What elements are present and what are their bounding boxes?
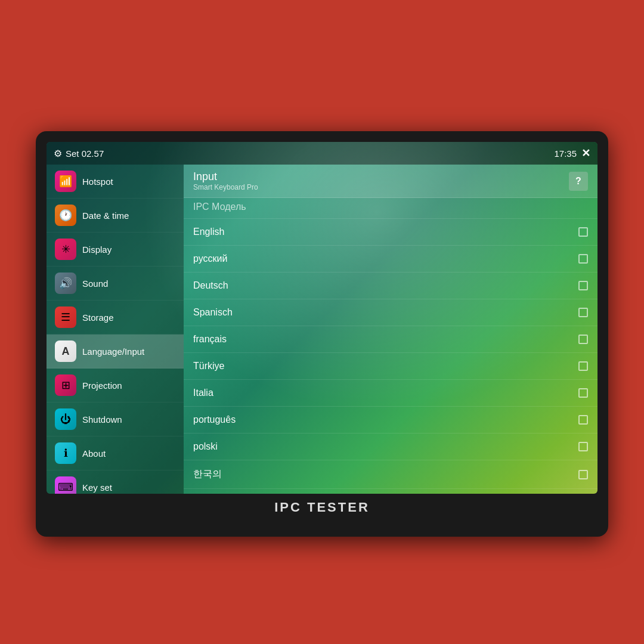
hotspot-icon: 📶 — [55, 171, 76, 192]
sidebar-label-projection: Projection — [82, 380, 122, 391]
lang-radio-russian — [578, 254, 588, 264]
sidebar-item-hotspot[interactable]: 📶Hotspot — [47, 165, 184, 199]
sidebar-item-display[interactable]: ✳Display — [47, 233, 184, 267]
lang-item-polish[interactable]: polski — [184, 434, 597, 460]
lang-radio-italian — [578, 388, 588, 398]
display-icon: ✳ — [55, 239, 76, 260]
lang-radio-french — [578, 335, 588, 344]
lang-name-portuguese: português — [193, 414, 236, 425]
status-bar: ⚙ Set 02.57 17:35 ✕ — [47, 142, 597, 165]
shutdown-icon: ⏻ — [55, 408, 76, 430]
device-frame: ⚙ Set 02.57 17:35 ✕ 📶Hotspot🕐Date & time… — [36, 131, 608, 537]
lang-item-japanese[interactable]: 日本の — [184, 489, 597, 494]
lang-item-korean[interactable]: 한국의 — [184, 460, 597, 489]
device-label: IPC TESTER — [47, 500, 597, 515]
sidebar-label-display: Display — [82, 244, 112, 255]
sidebar-label-language: Language/Input — [82, 346, 144, 357]
lang-name-french: français — [193, 334, 227, 345]
lang-radio-spanish — [578, 308, 588, 317]
lang-item-french[interactable]: français — [184, 326, 597, 353]
lang-radio-turkish — [578, 361, 588, 371]
sound-icon: 🔊 — [55, 273, 76, 294]
sidebar-item-sound[interactable]: 🔊Sound — [47, 267, 184, 301]
lang-item-turkish[interactable]: Türkiye — [184, 353, 597, 380]
status-right: 17:35 ✕ — [554, 147, 590, 160]
lang-name-polish: polski — [193, 441, 218, 452]
partial-item-label: IPС Модель — [193, 202, 246, 212]
sidebar-item-keyset[interactable]: ⌨Key set — [47, 470, 184, 494]
sidebar-item-shutdown[interactable]: ⏻Shutdown — [47, 402, 184, 436]
keyset-icon: ⌨ — [55, 476, 76, 494]
sidebar-label-storage: Storage — [82, 312, 114, 323]
sidebar-label-datetime: Date & time — [82, 210, 129, 221]
language-list: IPС Модель EnglishрусскийDeutschSpanisch… — [184, 198, 597, 494]
storage-icon: ☰ — [55, 306, 76, 328]
lang-radio-korean — [578, 470, 588, 479]
lang-name-turkish: Türkiye — [193, 361, 224, 371]
sidebar-label-shutdown: Shutdown — [82, 414, 122, 425]
panel-header-left: Input Smart Keyboard Pro — [193, 171, 258, 191]
lang-name-deutsch: Deutsch — [193, 280, 228, 291]
lang-name-spanish: Spanisch — [193, 307, 233, 318]
panel-subtitle: Smart Keyboard Pro — [193, 183, 258, 191]
lang-item-portuguese[interactable]: português — [184, 407, 597, 434]
lang-name-russian: русский — [193, 253, 227, 264]
close-button[interactable]: ✕ — [581, 147, 590, 160]
lang-item-english[interactable]: English — [184, 219, 597, 246]
gear-icon: ⚙ — [54, 148, 62, 159]
sidebar: 📶Hotspot🕐Date & time✳Display🔊Sound☰Stora… — [47, 165, 184, 494]
right-panel: Input Smart Keyboard Pro ? IPС Модель En… — [184, 165, 597, 494]
status-time: 17:35 — [554, 148, 577, 159]
sidebar-item-language[interactable]: ALanguage/Input — [47, 335, 184, 369]
language-icon: A — [55, 340, 76, 362]
sidebar-label-hotspot: Hotspot — [82, 177, 113, 187]
lang-item-deutsch[interactable]: Deutsch — [184, 273, 597, 299]
sidebar-item-projection[interactable]: ⊞Projection — [47, 369, 184, 402]
lang-radio-portuguese — [578, 415, 588, 425]
lang-item-partial: IPС Модель — [184, 198, 597, 219]
sidebar-label-keyset: Key set — [82, 482, 112, 493]
status-left: ⚙ Set 02.57 — [54, 148, 104, 159]
sidebar-label-sound: Sound — [82, 278, 108, 289]
projection-icon: ⊞ — [55, 374, 76, 396]
lang-item-italian[interactable]: Italia — [184, 380, 597, 407]
main-content: 📶Hotspot🕐Date & time✳Display🔊Sound☰Stora… — [47, 165, 597, 494]
sidebar-item-about[interactable]: ℹAbout — [47, 436, 184, 470]
about-icon: ℹ — [55, 442, 76, 464]
lang-name-korean: 한국의 — [193, 468, 222, 481]
lang-name-english: English — [193, 227, 224, 237]
sidebar-item-datetime[interactable]: 🕐Date & time — [47, 199, 184, 233]
lang-item-russian[interactable]: русский — [184, 246, 597, 273]
lang-radio-polish — [578, 442, 588, 451]
panel-title: Input — [193, 171, 258, 183]
screen: ⚙ Set 02.57 17:35 ✕ 📶Hotspot🕐Date & time… — [47, 142, 597, 494]
lang-item-spanish[interactable]: Spanisch — [184, 299, 597, 326]
sidebar-item-storage[interactable]: ☰Storage — [47, 301, 184, 335]
help-button[interactable]: ? — [569, 172, 588, 191]
lang-name-italian: Italia — [193, 388, 213, 398]
panel-header: Input Smart Keyboard Pro ? — [184, 165, 597, 198]
datetime-icon: 🕐 — [55, 205, 76, 226]
status-title: Set 02.57 — [66, 148, 104, 159]
sidebar-label-about: About — [82, 448, 106, 459]
lang-radio-english — [578, 227, 588, 237]
lang-radio-deutsch — [578, 281, 588, 290]
